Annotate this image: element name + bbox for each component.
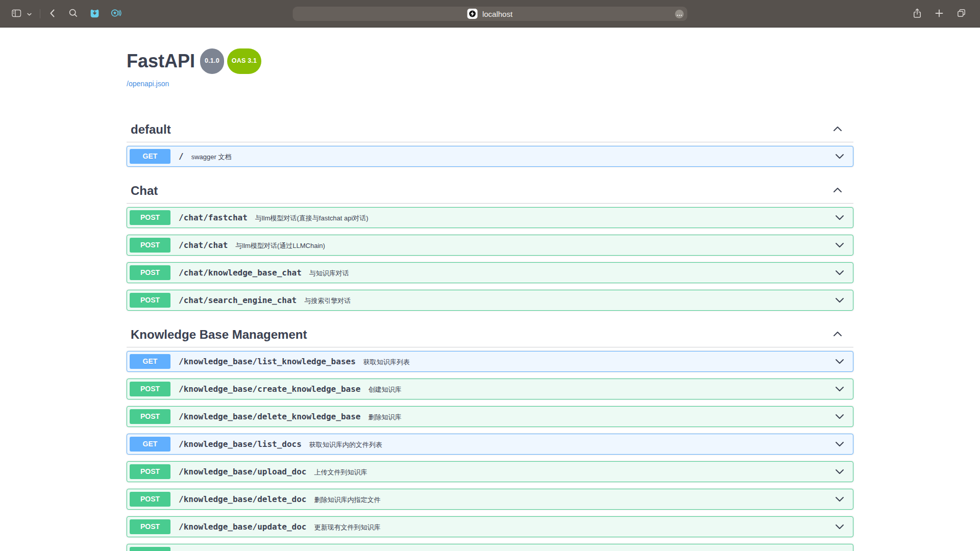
search-button[interactable]	[67, 7, 79, 20]
plus-icon	[935, 9, 944, 19]
endpoint-path: /knowledge_base/list_docs	[179, 439, 302, 449]
endpoint-row[interactable]: GET / swagger 文档	[127, 146, 853, 167]
tab-overview-icon	[956, 8, 967, 20]
endpoint-row[interactable]: GET /knowledge_base/list_docs 获取知识库内的文件列…	[127, 434, 853, 455]
endpoint-path: /knowledge_base/delete_knowledge_base	[179, 412, 360, 421]
expand-chevron-down-icon	[834, 440, 845, 448]
share-button[interactable]	[911, 7, 923, 21]
method-badge: POST	[130, 519, 170, 534]
endpoint-row[interactable]: POST /knowledge_base/delete_knowledge_ba…	[127, 406, 853, 427]
tag-header-default[interactable]: default	[127, 118, 853, 142]
endpoint-description: 创建知识库	[368, 385, 401, 394]
site-favicon-lightning	[468, 9, 478, 19]
extension-badge-button[interactable]	[109, 7, 124, 21]
expand-chevron-down-icon	[834, 214, 845, 222]
endpoint-description: 与知识库对话	[309, 269, 349, 278]
swagger-page: FastAPI0.1.0OAS 3.1 /openapi.json defaul…	[127, 50, 853, 551]
endpoint-row[interactable]: POST /knowledge_base/recreate_vector_sto…	[127, 544, 853, 551]
endpoint-path: /chat/fastchat	[179, 213, 248, 222]
chevron-down-icon	[27, 10, 32, 18]
endpoint-description: 与llm模型对话(通过LLMChain)	[235, 241, 325, 251]
tab-overview-button[interactable]	[955, 7, 968, 21]
openapi-spec-link[interactable]: /openapi.json	[127, 80, 169, 88]
method-badge: POST	[130, 492, 170, 507]
endpoint-row[interactable]: POST /chat/search_engine_chat 与搜索引擎对话	[127, 290, 853, 311]
expand-chevron-down-icon	[834, 413, 845, 421]
toolbar-divider	[40, 9, 40, 18]
endpoint-row[interactable]: POST /knowledge_base/update_doc 更新现有文件到知…	[127, 516, 853, 537]
method-badge: GET	[130, 354, 170, 369]
endpoint-path: /knowledge_base/upload_doc	[179, 467, 306, 477]
expand-chevron-down-icon	[834, 153, 845, 161]
endpoint-path: /chat/knowledge_base_chat	[179, 268, 302, 278]
endpoint-path: /knowledge_base/list_knowledge_bases	[179, 357, 356, 366]
expand-chevron-down-icon	[834, 523, 845, 531]
version-badge: 0.1.0	[200, 48, 224, 74]
endpoint-row[interactable]: POST /chat/fastchat 与llm模型对话(直接与fastchat…	[127, 207, 853, 228]
tab-group-dropdown-button[interactable]	[26, 9, 33, 19]
endpoint-description: 更新现有文件到知识库	[314, 523, 380, 532]
api-title-text: FastAPI	[127, 51, 195, 71]
endpoint-description: swagger 文档	[191, 153, 232, 162]
extension-download-button[interactable]	[88, 7, 101, 21]
tag-title: Knowledge Base Management	[131, 327, 307, 342]
endpoint-description: 删除知识库	[368, 413, 401, 422]
new-tab-button[interactable]	[934, 8, 945, 20]
endpoint-row[interactable]: POST /knowledge_base/delete_doc 删除知识库内指定…	[127, 489, 853, 510]
collapse-chevron-up-icon	[832, 330, 843, 340]
endpoint-description: 获取知识库列表	[363, 358, 410, 367]
collapse-chevron-up-icon	[832, 124, 843, 135]
endpoint-path: /chat/search_engine_chat	[179, 295, 297, 305]
oas-badge: OAS 3.1	[227, 48, 261, 74]
expand-chevron-down-icon	[834, 495, 845, 504]
expand-chevron-down-icon	[834, 385, 845, 393]
extension-star-badge-icon	[110, 8, 122, 20]
back-button[interactable]	[47, 7, 57, 21]
expand-chevron-down-icon	[834, 269, 845, 277]
expand-chevron-down-icon	[834, 241, 845, 249]
address-bar[interactable]: localhost	[293, 7, 688, 21]
api-info: FastAPI0.1.0OAS 3.1 /openapi.json	[127, 50, 853, 88]
search-icon	[68, 8, 78, 19]
tag-section-chat: Chat POST /chat/fastchat 与llm模型对话(直接与fas…	[127, 179, 853, 311]
method-badge: POST	[130, 464, 170, 479]
page-title: FastAPI0.1.0OAS 3.1	[127, 50, 853, 79]
browser-toolbar: localhost	[0, 0, 980, 28]
endpoint-row[interactable]: POST /chat/chat 与llm模型对话(通过LLMChain)	[127, 235, 853, 256]
endpoint-row[interactable]: POST /knowledge_base/create_knowledge_ba…	[127, 379, 853, 399]
sidebar-toggle-icon	[11, 8, 22, 20]
share-icon	[912, 8, 922, 20]
method-badge: POST	[130, 210, 170, 225]
endpoint-path: /	[179, 152, 184, 161]
back-chevron-icon	[48, 8, 56, 20]
endpoint-path: /knowledge_base/delete_doc	[179, 494, 306, 504]
method-badge: POST	[130, 409, 170, 424]
expand-chevron-down-icon	[834, 358, 845, 366]
tag-header-knowledge-base[interactable]: Knowledge Base Management	[127, 323, 853, 347]
tag-title: default	[131, 122, 171, 137]
expand-chevron-down-icon	[834, 296, 845, 305]
expand-chevron-down-icon	[834, 468, 845, 476]
endpoint-row[interactable]: GET /knowledge_base/list_knowledge_bases…	[127, 351, 853, 372]
method-badge: POST	[130, 547, 170, 551]
endpoint-description: 上传文件到知识库	[314, 468, 367, 477]
tag-header-chat[interactable]: Chat	[127, 179, 853, 204]
method-badge: POST	[130, 382, 170, 396]
address-text: localhost	[482, 10, 512, 18]
method-badge: GET	[130, 149, 170, 164]
sidebar-toggle-button[interactable]	[10, 7, 23, 21]
page-settings-button[interactable]	[675, 10, 684, 18]
endpoint-description: 删除知识库内指定文件	[314, 495, 380, 505]
endpoint-row[interactable]: POST /chat/knowledge_base_chat 与知识库对话	[127, 262, 853, 283]
ellipsis-icon	[677, 10, 682, 18]
tag-title: Chat	[131, 183, 158, 198]
endpoint-path: /chat/chat	[179, 240, 228, 250]
method-badge: POST	[130, 238, 170, 253]
endpoint-path: /knowledge_base/create_knowledge_base	[179, 384, 360, 394]
endpoint-description: 与搜索引擎对话	[304, 296, 351, 306]
method-badge: GET	[130, 437, 170, 452]
extension-bookmark-download-icon	[89, 8, 100, 20]
endpoint-row[interactable]: POST /knowledge_base/upload_doc 上传文件到知识库	[127, 461, 853, 482]
method-badge: POST	[130, 265, 170, 280]
collapse-chevron-up-icon	[832, 186, 843, 196]
